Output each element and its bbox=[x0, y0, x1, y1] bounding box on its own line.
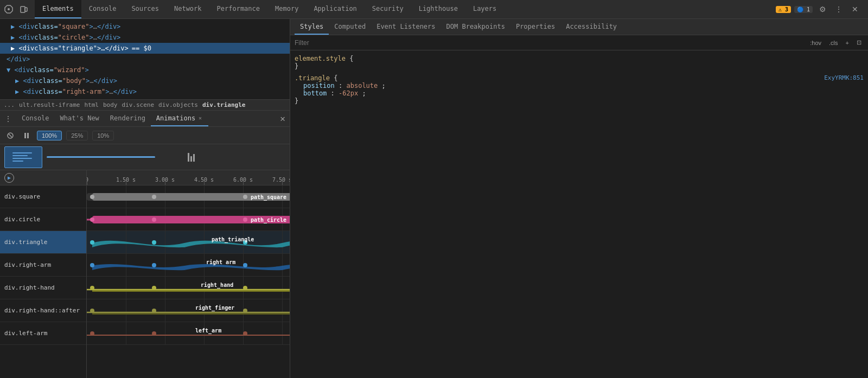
keyframe-dot bbox=[152, 195, 156, 199]
speed-100-button[interactable]: 100% bbox=[37, 131, 62, 140]
inspect-element-button[interactable] bbox=[2, 3, 15, 16]
tab-computed[interactable]: Computed bbox=[329, 19, 371, 35]
breadcrumb-div-objects[interactable]: div.objects bbox=[157, 101, 200, 108]
tab-application[interactable]: Application bbox=[306, 0, 364, 18]
device-mode-button[interactable] bbox=[17, 3, 30, 16]
drawer-tab-rendering[interactable]: Rendering bbox=[105, 111, 151, 126]
filter-input[interactable] bbox=[295, 39, 803, 47]
svg-rect-1 bbox=[21, 7, 25, 12]
tree-line-right-arm[interactable]: ▶ <div class="right-arm" > … </div> bbox=[0, 86, 290, 97]
speed-25-button[interactable]: 25% bbox=[66, 131, 88, 140]
tab-performance[interactable]: Performance bbox=[209, 0, 267, 18]
css-property-position[interactable]: position : absolute ; bbox=[303, 82, 864, 89]
speed-10-button[interactable]: 10% bbox=[92, 131, 114, 140]
tab-properties[interactable]: Properties bbox=[510, 19, 560, 35]
error-badge[interactable]: 🔵 1 bbox=[794, 6, 813, 13]
track-div-circle: path_circle bbox=[87, 208, 290, 231]
breadcrumb-more[interactable]: ... bbox=[2, 101, 16, 108]
keyframe-dot bbox=[90, 263, 94, 267]
css-property-bottom[interactable]: bottom : -62px ; bbox=[303, 89, 864, 97]
tab-styles[interactable]: Styles bbox=[295, 19, 329, 35]
add-style-rule-button[interactable]: + bbox=[844, 39, 851, 47]
tab-lighthouse[interactable]: Lighthouse bbox=[411, 0, 465, 18]
nav-right-controls: ⚠ 3 🔵 1 ⚙ ⋮ ✕ bbox=[776, 3, 866, 16]
pause-animations-button[interactable] bbox=[21, 130, 33, 142]
timeline-area: ▶ div.square div.circle div.triangle div bbox=[0, 170, 290, 378]
keyframe-dot bbox=[152, 263, 156, 267]
drawer-tab-animations[interactable]: Animations ✕ bbox=[151, 111, 208, 126]
keyframe-dot bbox=[152, 240, 156, 245]
tab-accessibility[interactable]: Accessibility bbox=[560, 19, 622, 35]
row-label-div-right-hand[interactable]: div.right-hand bbox=[0, 277, 86, 299]
keyframe-dot bbox=[243, 217, 247, 222]
nav-icon-group bbox=[2, 3, 35, 16]
css-rule-triangle: .triangle { ExyYRMK:851 position : absol… bbox=[295, 74, 864, 105]
scrubber-area bbox=[0, 144, 290, 170]
undock-button[interactable]: ✕ bbox=[848, 3, 861, 16]
tab-console[interactable]: Console bbox=[81, 0, 124, 18]
tab-network[interactable]: Network bbox=[167, 0, 209, 18]
keyframe-dot bbox=[152, 331, 156, 336]
breadcrumb-body[interactable]: body bbox=[101, 101, 119, 108]
left-panel: ▶ <div class="square" > … </div> ▶ <div … bbox=[0, 19, 290, 378]
row-label-div-right-arm[interactable]: div.right-arm bbox=[0, 254, 86, 277]
tree-line-body[interactable]: ▶ <div class="body" > … </div> bbox=[0, 75, 290, 86]
warning-badge[interactable]: ⚠ 3 bbox=[776, 6, 791, 13]
keyframe-dot bbox=[243, 286, 247, 290]
tree-line-triangle[interactable]: ▶ <div class="triangle" > … </div> == $0 bbox=[0, 43, 290, 54]
keyframe-dot bbox=[243, 263, 247, 267]
tree-line-wizard[interactable]: ▼ <div class="wizard" > bbox=[0, 65, 290, 75]
breadcrumb-html[interactable]: html bbox=[82, 101, 100, 108]
tab-sources[interactable]: Sources bbox=[124, 0, 167, 18]
bar-label-right-finger: right_finger bbox=[195, 305, 234, 311]
settings-button[interactable]: ⚙ bbox=[816, 3, 829, 16]
breadcrumb-result-iframe[interactable]: ult.result-iframe bbox=[17, 101, 82, 108]
equalizer-icon bbox=[188, 153, 195, 162]
row-label-div-circle[interactable]: div.circle bbox=[0, 208, 86, 231]
svg-rect-2 bbox=[25, 8, 27, 11]
keyframe-dot bbox=[152, 217, 156, 222]
bar-label-right-arm: right arm bbox=[206, 259, 235, 265]
scrubber-bar-container[interactable] bbox=[47, 146, 285, 168]
keyframe-dot bbox=[90, 309, 94, 313]
track-div-right-arm: right arm bbox=[87, 254, 290, 277]
drawer-more-button[interactable]: ⋮ bbox=[4, 114, 16, 123]
drawer-tab-whats-new[interactable]: What's New bbox=[55, 111, 105, 126]
tab-event-listeners[interactable]: Event Listeners bbox=[371, 19, 441, 35]
drawer-tab-console[interactable]: Console bbox=[16, 111, 55, 126]
tab-elements[interactable]: Elements bbox=[35, 0, 81, 18]
hover-state-button[interactable]: :hov bbox=[808, 39, 824, 47]
css-body-triangle: position : absolute ; bottom : -62px ; bbox=[295, 82, 864, 97]
row-label-div-triangle[interactable]: div.triangle bbox=[0, 231, 86, 254]
tree-line-square[interactable]: ▶ <div class="square" > … </div> bbox=[0, 21, 290, 32]
bottom-drawer: ⋮ Console What's New Rendering Animation… bbox=[0, 111, 290, 378]
breadcrumb-div-scene[interactable]: div.scene bbox=[120, 101, 156, 108]
keyframe-dot bbox=[90, 286, 94, 290]
more-options-button[interactable]: ⋮ bbox=[832, 3, 845, 16]
tab-memory[interactable]: Memory bbox=[267, 0, 306, 18]
expand-styles-button[interactable]: ⊡ bbox=[854, 39, 864, 47]
row-label-div-square[interactable]: div.square bbox=[0, 185, 86, 208]
row-label-div-left-arm[interactable]: div.left-arm bbox=[0, 322, 86, 345]
track-div-right-hand-after: right_finger bbox=[87, 299, 290, 322]
clear-animations-button[interactable] bbox=[4, 130, 16, 142]
animation-preview[interactable] bbox=[4, 146, 42, 168]
replay-button[interactable]: ▶ bbox=[4, 173, 14, 183]
close-drawer-button[interactable]: ✕ bbox=[280, 113, 285, 124]
css-origin-link[interactable]: ExyYRMK:851 bbox=[824, 74, 864, 81]
row-label-div-right-hand-after[interactable]: div.right-hand::after bbox=[0, 299, 86, 322]
main-layout: ▶ <div class="square" > … </div> ▶ <div … bbox=[0, 19, 868, 378]
css-rule-element-style: element.style { } bbox=[295, 55, 864, 70]
tab-dom-breakpoints[interactable]: DOM Breakpoints bbox=[441, 19, 510, 35]
styles-panel: element.style { } .triangle { ExyYRMK:85… bbox=[290, 50, 868, 378]
tab-security[interactable]: Security bbox=[365, 0, 411, 18]
keyframe-dot bbox=[152, 309, 156, 313]
tab-layers[interactable]: Layers bbox=[465, 0, 504, 18]
close-animations-tab-button[interactable]: ✕ bbox=[197, 115, 203, 121]
tree-line-circle[interactable]: ▶ <div class="circle" > … </div> bbox=[0, 32, 290, 43]
keyframe-dot bbox=[90, 331, 94, 336]
timeline-canvas[interactable]: 0 1.50 s 3.00 s 4.50 s 6.00 s 7.50 bbox=[87, 170, 290, 378]
breadcrumb-div-triangle[interactable]: div.triangle bbox=[201, 101, 247, 108]
class-button[interactable]: .cls bbox=[827, 39, 840, 47]
tree-line-close-div[interactable]: </div> bbox=[0, 54, 290, 65]
